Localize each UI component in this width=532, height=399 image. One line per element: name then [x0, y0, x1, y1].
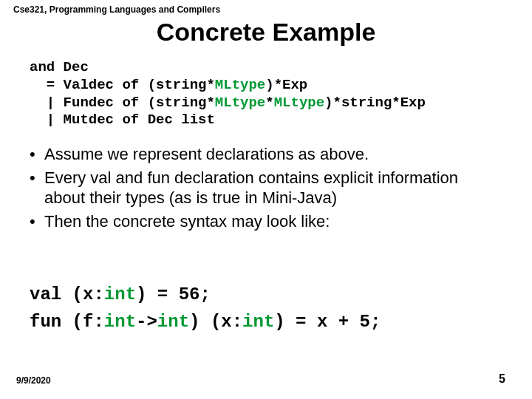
slide: Cse321, Programming Languages and Compil…: [0, 0, 532, 399]
code-line-3e: )*string*Exp: [324, 95, 426, 111]
code-line-3c: *: [265, 95, 273, 111]
type-mltype: MLtype: [215, 77, 265, 93]
type-int: int: [157, 312, 189, 332]
ex-1a: val (x:: [30, 284, 104, 304]
syntax-example: val (x:int) = 56; fun (f:int->int) (x:in…: [30, 281, 381, 335]
ex-2g: ) = x + 5;: [274, 312, 381, 332]
type-int: int: [104, 284, 136, 304]
bullet-dot: •: [30, 168, 44, 208]
code-line-3a: | Fundec of (string*: [30, 95, 215, 111]
course-header: Cse321, Programming Languages and Compil…: [13, 4, 220, 15]
code-line-2a: = Valdec of (string*: [30, 77, 215, 93]
bullet-item: • Then the concrete syntax may look like…: [30, 211, 502, 232]
code-line-1: and Dec: [30, 59, 89, 75]
code-line-4: | Mutdec of Dec list: [30, 112, 215, 128]
type-int: int: [104, 312, 136, 332]
type-mltype: MLtype: [274, 95, 324, 111]
type-int: int: [242, 312, 274, 332]
bullet-dot: •: [30, 144, 44, 165]
bullet-text: Every val and fun declaration contains e…: [44, 168, 502, 208]
footer-date: 9/9/2020: [16, 375, 51, 386]
slide-title: Concrete Example: [0, 18, 532, 47]
code-line-2c: )*Exp: [265, 77, 307, 93]
ex-2a: fun (f:: [30, 312, 104, 332]
bullet-dot: •: [30, 211, 44, 232]
type-mltype: MLtype: [215, 95, 265, 111]
footer-page-number: 5: [499, 372, 505, 386]
bullet-text: Then the concrete syntax may look like:: [44, 211, 330, 232]
bullet-item: • Assume we represent declarations as ab…: [30, 144, 502, 165]
bullet-item: • Every val and fun declaration contains…: [30, 168, 502, 208]
ex-2c: ->: [136, 312, 157, 332]
ex-1c: ) = 56;: [136, 284, 211, 304]
datatype-code: and Dec = Valdec of (string*MLtype)*Exp …: [30, 59, 426, 129]
bullet-text: Assume we represent declarations as abov…: [44, 144, 369, 165]
ex-2e: ) (x:: [189, 312, 242, 332]
bullet-list: • Assume we represent declarations as ab…: [30, 144, 502, 234]
